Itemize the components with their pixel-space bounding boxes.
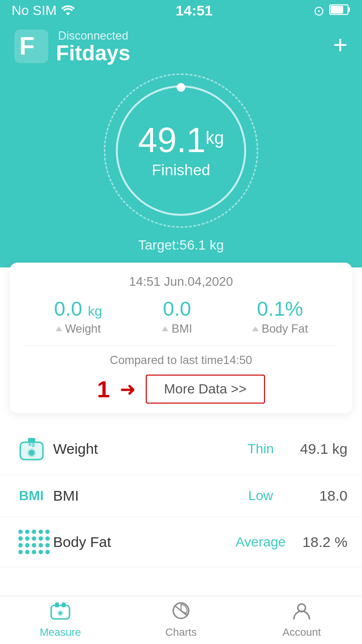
charts-label: Charts [166, 626, 197, 639]
battery-icon [329, 3, 350, 18]
nav-charts[interactable]: Charts [121, 602, 241, 639]
metrics-list: kg Weight Thin 49.1 kg BMI BMI Low 18.0 [0, 423, 362, 567]
bodyfat-row: Body Fat Average 18.2 % [0, 517, 362, 567]
weight-row-name: Weight [53, 441, 232, 457]
gauge-inner-ring: 49.1kg Finished [116, 85, 246, 216]
gauge-circle: 49.1kg Finished [104, 73, 258, 228]
bmi-label: BMI [171, 322, 192, 336]
weight-row-status: Thin [232, 441, 290, 457]
svg-rect-1 [348, 7, 350, 12]
bodyfat-row-name: Body Fat [53, 534, 232, 550]
more-data-button[interactable]: More Data >> [146, 375, 265, 404]
gauge-reading: 49.1kg [138, 123, 224, 157]
svg-rect-2 [331, 6, 343, 14]
add-button[interactable]: + [333, 32, 348, 57]
charts-icon [171, 602, 191, 624]
connection-status: Disconnected [56, 29, 130, 42]
bodyfat-dots-icon [18, 530, 45, 554]
status-left: No SIM [12, 3, 75, 18]
compared-text: Compared to last time14:50 [24, 353, 338, 367]
bottom-nav: Measure Charts Account [0, 596, 362, 644]
weight-value: 0.0 kg [54, 299, 102, 319]
weight-row: kg Weight Thin 49.1 kg [0, 423, 362, 475]
bodyfat-label: Body Fat [262, 322, 308, 336]
wifi-icon [61, 3, 75, 18]
status-bar: No SIM 14:51 ⊙ [0, 0, 362, 21]
data-divider [24, 345, 338, 346]
gauge-value: 49.1 [138, 121, 206, 159]
nav-measure[interactable]: Measure [0, 602, 121, 639]
bodyfat-row-value: 18.2 % [290, 534, 348, 550]
bmi-row-name: BMI [53, 488, 232, 504]
gauge-indicator-dot [177, 83, 185, 92]
metric-bmi: 0.0 BMI [162, 299, 192, 336]
data-card-timestamp: 14:51 Jun.04,2020 [24, 274, 338, 289]
weight-scale-icon: kg [18, 435, 45, 462]
bodyfat-label-row: Body Fat [252, 322, 308, 336]
target-text: Target:56.1 kg [138, 238, 223, 253]
header-title-group: Disconnected Fitdays [56, 29, 130, 64]
bmi-value: 0.0 [163, 299, 191, 319]
bodyfat-arrow-icon [252, 326, 259, 331]
bodyfat-row-status: Average [232, 534, 290, 550]
bmi-arrow-icon [162, 326, 168, 331]
svg-point-10 [28, 450, 34, 456]
svg-rect-8 [28, 438, 35, 443]
gauge-unit: kg [206, 128, 224, 148]
annotation-number: 1 [97, 376, 110, 403]
nav-account[interactable]: Account [241, 602, 362, 639]
metric-weight: 0.0 kg Weight [54, 299, 102, 336]
metric-bodyfat: 0.1% Body Fat [252, 299, 308, 336]
lock-icon: ⊙ [313, 3, 324, 19]
account-icon [292, 602, 312, 624]
bodyfat-icon-area [14, 530, 48, 554]
svg-point-15 [59, 612, 62, 615]
account-label: Account [282, 626, 321, 639]
bmi-row-status: Low [232, 488, 290, 504]
measure-icon [50, 602, 70, 624]
bmi-text-icon: BMI [19, 488, 43, 504]
gauge-area: 49.1kg Finished Target:56.1 kg [0, 69, 362, 267]
weight-icon-area: kg [14, 435, 48, 462]
status-time: 14:51 [176, 2, 213, 19]
weight-label: Weight [65, 322, 101, 336]
more-data-row: 1 ➜ More Data >> [24, 375, 338, 404]
app-header: F Disconnected Fitdays + [0, 21, 362, 69]
app-logo: F [14, 29, 48, 63]
app-title: Fitdays [56, 42, 130, 64]
weight-row-value: 49.1 kg [290, 441, 348, 457]
svg-text:F: F [19, 32, 35, 60]
weight-arrow-icon [56, 326, 62, 331]
svg-rect-13 [62, 602, 66, 607]
status-right: ⊙ [313, 3, 350, 19]
measure-label: Measure [40, 626, 81, 639]
svg-rect-12 [55, 602, 59, 607]
bmi-row: BMI BMI Low 18.0 [0, 475, 362, 517]
gauge-status: Finished [152, 161, 210, 179]
carrier-text: No SIM [12, 3, 56, 18]
data-card: 14:51 Jun.04,2020 0.0 kg Weight 0.0 BMI … [10, 263, 352, 413]
data-card-metrics: 0.0 kg Weight 0.0 BMI 0.1% Body Fat [24, 299, 338, 336]
bodyfat-value: 0.1% [257, 299, 303, 319]
bmi-icon-area: BMI [14, 488, 48, 504]
annotation-arrow-icon: ➜ [120, 378, 136, 400]
weight-label-row: Weight [56, 322, 101, 336]
bmi-label-row: BMI [162, 322, 192, 336]
bmi-row-value: 18.0 [290, 488, 348, 504]
